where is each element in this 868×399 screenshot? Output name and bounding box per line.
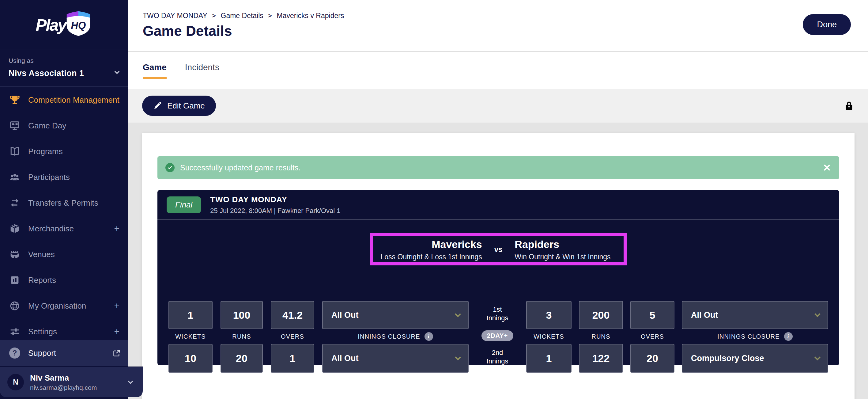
away-second-runs-input[interactable]: 122 bbox=[579, 344, 623, 373]
away-second-overs-input[interactable]: 20 bbox=[630, 344, 675, 373]
home-first-wickets-input[interactable]: 1 bbox=[168, 301, 213, 329]
user-info: Niv Sarma niv.sarma@playhq.com bbox=[30, 373, 97, 391]
logo-shield-icon: HQ bbox=[64, 10, 93, 37]
box-icon bbox=[8, 223, 21, 235]
home-first-overs-input[interactable]: 41.2 bbox=[271, 301, 314, 329]
second-innings-label: 2nd Innings bbox=[482, 348, 513, 366]
sidebar-item-participants[interactable]: Participants bbox=[0, 164, 128, 190]
sidebar-item-reports[interactable]: Reports bbox=[0, 267, 128, 293]
home-team-result: Loss Outright & Loss 1st Innings bbox=[381, 253, 482, 261]
svg-text:HQ: HQ bbox=[71, 20, 86, 31]
done-button[interactable]: Done bbox=[803, 14, 851, 35]
chevron-down-icon bbox=[113, 69, 121, 76]
people-icon bbox=[8, 171, 21, 183]
wickets-label: WICKETS bbox=[526, 329, 571, 344]
avatar: N bbox=[7, 374, 24, 391]
chevron-down-icon bbox=[127, 378, 134, 386]
chevron-down-icon bbox=[814, 354, 820, 361]
game-datetime-venue: 25 Jul 2022, 8:00AM | Fawkner Park/Oval … bbox=[210, 207, 340, 215]
away-first-overs-input[interactable]: 5 bbox=[630, 301, 675, 329]
organisation-name: Nivs Association 1 bbox=[8, 69, 119, 78]
sidebar-item-game-day[interactable]: Game Day bbox=[0, 113, 128, 139]
sidebar-item-merchandise[interactable]: Merchandise + bbox=[0, 216, 128, 241]
away-first-wickets-input[interactable]: 3 bbox=[526, 301, 571, 329]
stadium-icon bbox=[8, 248, 21, 260]
main-content: TWO DAY MONDAY > Game Details > Maverick… bbox=[128, 0, 868, 399]
game-meta: TWO DAY MONDAY 25 Jul 2022, 8:00AM | Faw… bbox=[210, 195, 340, 215]
edit-game-button[interactable]: Edit Game bbox=[142, 95, 216, 116]
tab-incidents[interactable]: Incidents bbox=[185, 62, 219, 79]
game-panel-body: Mavericks Loss Outright & Loss 1st Innin… bbox=[157, 220, 839, 365]
lock-icon bbox=[844, 100, 854, 111]
away-first-runs-input[interactable]: 200 bbox=[579, 301, 623, 329]
info-icon[interactable]: i bbox=[425, 332, 433, 341]
home-second-runs-input[interactable]: 20 bbox=[220, 344, 263, 373]
breadcrumb: TWO DAY MONDAY > Game Details > Maverick… bbox=[143, 12, 344, 20]
question-circle-icon: ? bbox=[8, 347, 21, 359]
home-first-runs-input[interactable]: 100 bbox=[220, 301, 263, 329]
using-as-label: Using as bbox=[8, 57, 119, 64]
scoreboard-icon bbox=[8, 119, 21, 132]
pencil-icon bbox=[153, 102, 162, 110]
user-name: Niv Sarma bbox=[30, 373, 97, 383]
selected-value: Compulsory Close bbox=[691, 354, 764, 363]
chevron-down-icon bbox=[455, 354, 461, 361]
close-icon[interactable] bbox=[823, 163, 831, 172]
expand-plus-icon[interactable]: + bbox=[114, 223, 119, 234]
globe-icon bbox=[8, 300, 21, 312]
sidebar-item-label: Transfers & Permits bbox=[28, 198, 98, 208]
breadcrumb-game-details-link[interactable]: Game Details bbox=[221, 12, 264, 20]
playhq-logo[interactable]: Play HQ bbox=[0, 0, 128, 50]
user-email: niv.sarma@playhq.com bbox=[30, 384, 97, 391]
competition-name: TWO DAY MONDAY bbox=[210, 195, 340, 204]
breadcrumb-competition-link[interactable]: TWO DAY MONDAY bbox=[143, 12, 207, 20]
game-card: Successfully updated game results. Final… bbox=[142, 133, 855, 399]
trophy-icon bbox=[8, 94, 21, 106]
overs-label: OVERS bbox=[630, 329, 675, 344]
selected-value: All Out bbox=[331, 354, 359, 363]
sidebar-item-venues[interactable]: Venues bbox=[0, 241, 128, 267]
info-icon[interactable]: i bbox=[784, 332, 793, 341]
selected-value: All Out bbox=[331, 310, 359, 320]
org-switcher[interactable]: Using as Nivs Association 1 bbox=[0, 50, 128, 87]
vs-label: vs bbox=[482, 238, 515, 262]
home-second-overs-input[interactable]: 1 bbox=[271, 344, 314, 373]
wickets-label: WICKETS bbox=[168, 329, 213, 344]
away-first-innings-closure-select[interactable]: All Out bbox=[682, 301, 828, 329]
tab-bar: Game Incidents bbox=[128, 52, 868, 89]
home-team: Mavericks Loss Outright & Loss 1st Innin… bbox=[373, 238, 482, 262]
sidebar-item-label: Settings bbox=[28, 327, 57, 337]
sidebar-item-label: Game Day bbox=[28, 121, 66, 131]
sidebar-nav: Competition Management Game Day Programs… bbox=[0, 87, 128, 344]
chevron-down-icon bbox=[814, 311, 820, 317]
teams-highlight-box: Mavericks Loss Outright & Loss 1st Innin… bbox=[370, 233, 627, 265]
tab-game[interactable]: Game bbox=[143, 62, 166, 79]
sidebar-item-programs[interactable]: Programs bbox=[0, 139, 128, 164]
home-first-innings-closure-select[interactable]: All Out bbox=[322, 301, 469, 329]
chevron-down-icon bbox=[455, 311, 461, 317]
sidebar-item-label: Venues bbox=[28, 250, 55, 259]
away-second-wickets-input[interactable]: 1 bbox=[526, 344, 571, 373]
sidebar-item-support[interactable]: ? Support bbox=[0, 340, 128, 366]
sidebar-item-competition-management[interactable]: Competition Management bbox=[0, 87, 128, 113]
bar-chart-icon bbox=[8, 274, 21, 286]
away-second-innings-closure-select[interactable]: Compulsory Close bbox=[682, 344, 828, 373]
home-second-innings-closure-select[interactable]: All Out bbox=[322, 344, 469, 373]
page-title: Game Details bbox=[143, 23, 232, 39]
overs-label: OVERS bbox=[271, 329, 314, 344]
user-account-menu[interactable]: N Niv Sarma niv.sarma@playhq.com bbox=[0, 367, 143, 397]
sidebar-item-label: Reports bbox=[28, 276, 56, 285]
expand-plus-icon[interactable]: + bbox=[114, 301, 119, 311]
expand-plus-icon[interactable]: + bbox=[114, 326, 119, 337]
sidebar-item-transfers-permits[interactable]: Transfers & Permits bbox=[0, 190, 128, 216]
sidebar-item-label: Merchandise bbox=[28, 224, 74, 233]
sidebar-item-label: My Organisation bbox=[28, 301, 86, 311]
game-panel-header: Final TWO DAY MONDAY 25 Jul 2022, 8:00AM… bbox=[157, 190, 839, 220]
breadcrumb-separator: > bbox=[268, 12, 272, 19]
logo-text: Play bbox=[35, 15, 66, 34]
sidebar-item-label: Programs bbox=[28, 147, 63, 156]
home-second-wickets-input[interactable]: 10 bbox=[168, 344, 213, 373]
sidebar-item-my-organisation[interactable]: My Organisation + bbox=[0, 293, 128, 319]
runs-label: RUNS bbox=[220, 329, 263, 344]
book-icon bbox=[8, 145, 21, 158]
